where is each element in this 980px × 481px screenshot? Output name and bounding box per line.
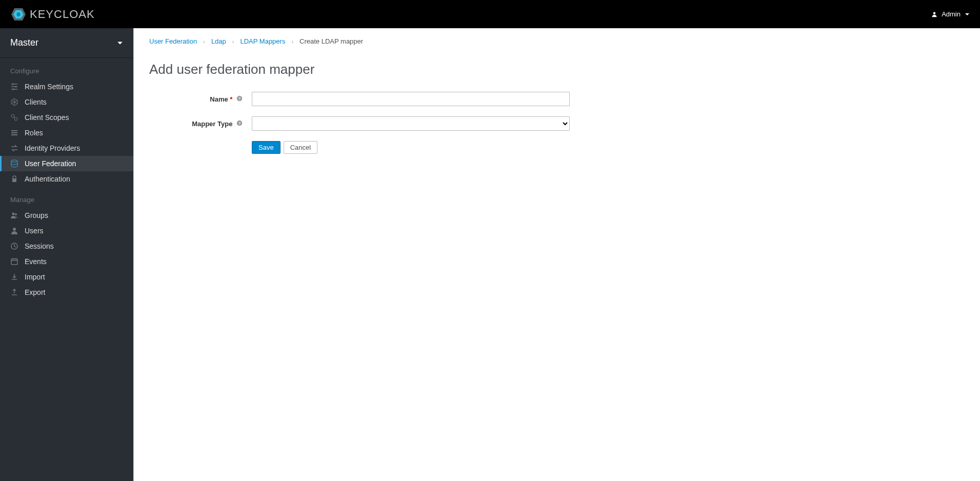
svg-rect-10 (11, 132, 17, 133)
required-indicator: * (230, 95, 232, 103)
cancel-button[interactable]: Cancel (284, 141, 317, 154)
sidebar-item-clients[interactable]: Clients (0, 94, 133, 110)
sidebar-section-title: Configure (0, 58, 133, 79)
user-name: Admin (942, 10, 961, 18)
sidebar: Master ConfigureRealm SettingsClientsCli… (0, 28, 133, 481)
sidebar-item-groups[interactable]: Groups (0, 208, 133, 223)
svg-rect-13 (12, 178, 16, 182)
users-icon (10, 211, 18, 219)
list-icon (10, 129, 18, 137)
form-actions: Save Cancel (252, 141, 965, 154)
mapper-type-select[interactable] (252, 116, 570, 131)
svg-text:?: ? (238, 96, 241, 101)
user-menu[interactable]: Admin (931, 10, 970, 18)
svg-point-4 (12, 84, 14, 85)
svg-point-12 (11, 160, 17, 162)
sidebar-item-authentication[interactable]: Authentication (0, 171, 133, 187)
svg-point-14 (12, 213, 15, 215)
sidebar-item-label: Import (25, 273, 45, 281)
name-label: Name * ? (149, 95, 252, 103)
keycloak-logo-icon (10, 6, 27, 23)
sidebar-item-identity-providers[interactable]: Identity Providers (0, 141, 133, 156)
help-icon[interactable]: ? (236, 121, 243, 128)
realm-name: Master (10, 37, 38, 48)
export-icon (10, 288, 18, 296)
svg-point-3 (933, 12, 936, 14)
sidebar-item-users[interactable]: Users (0, 223, 133, 238)
svg-rect-11 (11, 134, 17, 135)
svg-point-5 (15, 86, 17, 88)
import-icon (10, 273, 18, 281)
sidebar-item-label: Authentication (25, 175, 70, 183)
sidebar-item-label: User Federation (25, 159, 76, 168)
breadcrumb-current: Create LDAP mapper (299, 37, 363, 45)
sidebar-item-label: Groups (25, 211, 48, 219)
sidebar-item-export[interactable]: Export (0, 285, 133, 300)
save-button[interactable]: Save (252, 141, 281, 154)
header: KEYCLOAK Admin (0, 0, 980, 28)
breadcrumb-separator: › (232, 38, 234, 45)
user-icon (931, 11, 937, 17)
name-input[interactable] (252, 92, 570, 106)
sidebar-item-label: Roles (25, 129, 43, 137)
sliders-icon (10, 83, 18, 91)
svg-point-15 (15, 213, 17, 215)
realm-selector[interactable]: Master (0, 28, 133, 58)
cube-icon (10, 98, 18, 106)
breadcrumb: User Federation›Ldap›LDAP Mappers›Create… (149, 37, 965, 45)
sidebar-item-label: Realm Settings (25, 83, 73, 91)
mapper-type-label: Mapper Type ? (149, 120, 252, 128)
svg-point-16 (13, 228, 16, 231)
sidebar-item-import[interactable]: Import (0, 269, 133, 285)
sidebar-item-label: Sessions (25, 242, 54, 250)
breadcrumb-separator: › (203, 38, 205, 45)
breadcrumb-link[interactable]: User Federation (149, 37, 197, 45)
sidebar-item-label: Export (25, 288, 45, 296)
lock-icon (10, 175, 18, 183)
breadcrumb-separator: › (291, 38, 293, 45)
chevron-down-icon (965, 12, 970, 17)
sidebar-section-title: Manage (0, 187, 133, 208)
sidebar-item-client-scopes[interactable]: Client Scopes (0, 110, 133, 125)
svg-point-6 (13, 89, 14, 90)
page-title: Add user federation mapper (149, 62, 965, 77)
form-row-mapper-type: Mapper Type ? (149, 116, 965, 131)
breadcrumb-link[interactable]: LDAP Mappers (240, 37, 285, 45)
calendar-icon (10, 257, 18, 266)
scopes-icon (10, 113, 18, 122)
svg-text:?: ? (238, 121, 241, 126)
chevron-down-icon (117, 40, 123, 46)
sidebar-item-sessions[interactable]: Sessions (0, 238, 133, 254)
brand-text: KEYCLOAK (30, 8, 95, 21)
main-content: User Federation›Ldap›LDAP Mappers›Create… (133, 28, 980, 481)
svg-rect-9 (11, 130, 17, 131)
sidebar-item-label: Client Scopes (25, 113, 69, 122)
sidebar-item-roles[interactable]: Roles (0, 125, 133, 141)
sidebar-item-label: Clients (25, 98, 47, 106)
sidebar-item-user-federation[interactable]: User Federation (0, 156, 133, 171)
form-row-name: Name * ? (149, 92, 965, 106)
sidebar-item-label: Users (25, 227, 44, 235)
svg-rect-18 (11, 259, 17, 265)
help-icon[interactable]: ? (236, 96, 243, 103)
breadcrumb-link[interactable]: Ldap (211, 37, 226, 45)
sidebar-item-realm-settings[interactable]: Realm Settings (0, 79, 133, 94)
sidebar-item-label: Identity Providers (25, 144, 80, 152)
database-icon (10, 159, 18, 168)
exchange-icon (10, 144, 18, 152)
user-icon (10, 227, 18, 235)
clock-icon (10, 242, 18, 250)
logo[interactable]: KEYCLOAK (10, 6, 95, 23)
sidebar-item-label: Events (25, 257, 47, 266)
sidebar-item-events[interactable]: Events (0, 254, 133, 269)
